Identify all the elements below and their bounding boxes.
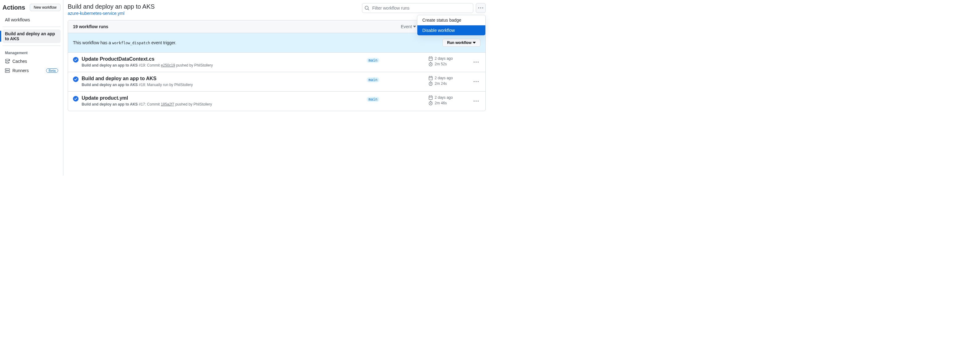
search-wrap xyxy=(362,3,473,13)
run-workflow-label: Run workflow xyxy=(447,41,471,45)
workflow-run-row: Update ProductDataContext.cs Build and d… xyxy=(68,53,485,72)
menu-item-disable-workflow[interactable]: Disable workflow xyxy=(417,26,485,35)
calendar-icon xyxy=(428,95,433,100)
run-subtitle: Build and deploy an app to AKS #17: Comm… xyxy=(82,102,364,107)
status-success-icon xyxy=(73,77,78,82)
run-duration: 2m 46s xyxy=(428,101,469,105)
run-workflow-button[interactable]: Run workflow xyxy=(442,39,480,47)
run-workflow-name: Build and deploy an app to AKS xyxy=(82,83,138,87)
sidebar-title: Actions xyxy=(3,4,25,11)
cache-icon xyxy=(5,59,10,64)
run-timestamp: 2 days ago xyxy=(428,76,469,80)
run-subtitle: Build and deploy an app to AKS #18: Manu… xyxy=(82,82,364,88)
kebab-icon xyxy=(474,60,479,65)
branch-tag[interactable]: main xyxy=(367,77,379,82)
commit-sha-link[interactable]: e250c19 xyxy=(161,63,175,67)
sidebar-item-caches[interactable]: Caches xyxy=(3,57,60,65)
workflow-options-menu: Create status badge Disable workflow xyxy=(417,15,486,36)
kebab-icon xyxy=(478,6,483,11)
run-title-link[interactable]: Update product.yml xyxy=(82,95,364,101)
status-success-icon xyxy=(73,57,78,62)
filter-event-label: Event xyxy=(401,24,412,29)
calendar-icon xyxy=(428,56,433,61)
run-number: #17 xyxy=(139,102,145,107)
kebab-icon xyxy=(474,79,479,84)
caret-down-icon xyxy=(473,42,476,44)
server-icon xyxy=(5,68,10,73)
caches-label: Caches xyxy=(13,59,58,64)
runs-count: 19 workflow runs xyxy=(73,24,108,29)
sidebar: Actions New workflow All workflows Build… xyxy=(0,0,64,176)
run-duration: 2m 52s xyxy=(428,62,469,66)
sidebar-item-runners[interactable]: Runners Beta xyxy=(3,66,60,75)
workflow-run-row: Build and deploy an app to AKS Build and… xyxy=(68,72,485,92)
kebab-icon xyxy=(474,99,479,104)
dispatch-banner: This workflow has a workflow_dispatch ev… xyxy=(68,33,485,53)
dispatch-code: workflow_dispatch xyxy=(112,41,150,45)
workflow-title: Build and deploy an app to AKS xyxy=(68,3,154,10)
search-icon xyxy=(364,6,369,11)
stopwatch-icon xyxy=(428,81,433,86)
run-workflow-name: Build and deploy an app to AKS xyxy=(82,63,138,67)
run-title-link[interactable]: Build and deploy an app to AKS xyxy=(82,76,364,81)
sidebar-heading-management: Management xyxy=(3,48,63,56)
run-options-button[interactable] xyxy=(472,79,480,84)
new-workflow-button[interactable]: New workflow xyxy=(30,4,60,11)
sidebar-item-active-workflow[interactable]: Build and deploy an app to AKS xyxy=(3,29,60,43)
run-timestamp: 2 days ago xyxy=(428,56,469,61)
main-content: Build and deploy an app to AKS azure-kub… xyxy=(64,0,490,176)
run-title-link[interactable]: Update ProductDataContext.cs xyxy=(82,56,364,62)
divider xyxy=(3,27,60,27)
filter-event-button[interactable]: Event xyxy=(401,24,416,29)
branch-tag[interactable]: main xyxy=(367,58,379,63)
dispatch-text: This workflow has a workflow_dispatch ev… xyxy=(73,40,176,45)
workflow-run-row: Update product.yml Build and deploy an a… xyxy=(68,92,485,111)
stopwatch-icon xyxy=(428,101,433,105)
run-options-button[interactable] xyxy=(472,99,480,104)
commit-sha-link[interactable]: 185a2f7 xyxy=(161,102,174,107)
run-number: #19 xyxy=(139,63,145,67)
run-timestamp: 2 days ago xyxy=(428,95,469,100)
caret-down-icon xyxy=(413,25,416,28)
run-duration: 2m 24s xyxy=(428,81,469,86)
runners-label: Runners xyxy=(13,68,44,73)
status-success-icon xyxy=(73,96,78,102)
workflow-file-link[interactable]: azure-kubernetes-service.yml xyxy=(68,11,124,16)
sidebar-item-all-workflows[interactable]: All workflows xyxy=(3,16,60,24)
menu-item-create-badge[interactable]: Create status badge xyxy=(417,15,485,25)
workflow-options-button[interactable] xyxy=(476,3,486,13)
calendar-icon xyxy=(428,76,433,80)
stopwatch-icon xyxy=(428,62,433,66)
branch-tag[interactable]: main xyxy=(367,97,379,102)
run-subtitle: Build and deploy an app to AKS #19: Comm… xyxy=(82,62,364,68)
run-workflow-name: Build and deploy an app to AKS xyxy=(82,102,138,107)
beta-badge: Beta xyxy=(46,69,58,73)
run-number: #18 xyxy=(139,83,145,87)
run-options-button[interactable] xyxy=(472,60,480,65)
filter-runs-input[interactable] xyxy=(362,3,473,13)
